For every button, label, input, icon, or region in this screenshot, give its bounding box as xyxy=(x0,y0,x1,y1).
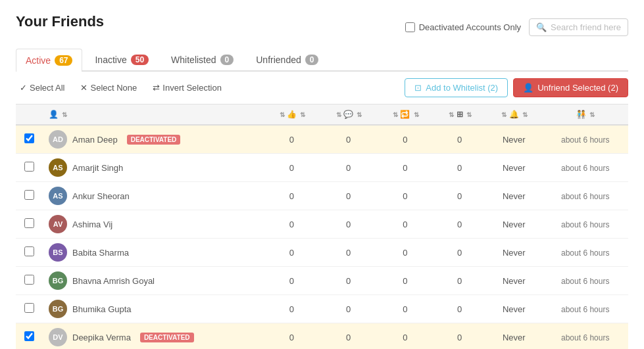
avatar: AD xyxy=(49,130,67,149)
tabs: Active 67 Inactive 50 Whitelisted 0 Unfr… xyxy=(16,49,628,72)
name-cell: AS Amarjit Singh xyxy=(42,154,263,182)
select-all-button[interactable]: ✓ Select All xyxy=(16,80,68,95)
posts-cell: 0 xyxy=(433,267,485,295)
deactivated-badge: DEACTIVATED xyxy=(127,135,181,145)
notifications-column-header[interactable]: ⇅ 🔔 ⇅ xyxy=(485,105,542,125)
row-checkbox[interactable] xyxy=(24,162,34,172)
search-icon: 🔍 xyxy=(536,22,547,32)
comments-cell: 0 xyxy=(320,182,376,210)
row-checkbox-cell[interactable] xyxy=(16,239,42,267)
about-cell: about 6 hours xyxy=(542,154,628,182)
about-text: about 6 hours xyxy=(561,305,609,314)
deactivated-checkbox[interactable] xyxy=(405,22,415,32)
reposts-cell: 0 xyxy=(377,239,433,267)
name-cell: DV Deepika Verma DEACTIVATED xyxy=(42,323,263,350)
add-to-whitelist-button[interactable]: ⊡ Add to Whitelist (2) xyxy=(405,78,508,97)
row-checkbox-cell[interactable] xyxy=(16,323,42,350)
tab-active[interactable]: Active 67 xyxy=(16,49,82,72)
notifications-cell: Never xyxy=(485,267,542,295)
reposts-cell: 0 xyxy=(377,125,433,154)
comments-cell: 0 xyxy=(320,154,376,182)
notifications-cell: Never xyxy=(485,239,542,267)
table-row: AD Aman Deep DEACTIVATED 0 0 0 0 Never a… xyxy=(16,125,628,154)
comments-cell: 0 xyxy=(320,267,376,295)
likes-cell: 0 xyxy=(263,182,320,210)
row-checkbox-cell[interactable] xyxy=(16,182,42,210)
about-cell: about 6 hours xyxy=(542,210,628,239)
notifications-cell: Never xyxy=(485,323,542,350)
posts-column-header[interactable]: ⇅ ⊞ ⇅ xyxy=(433,105,485,125)
friend-name: Bhavna Amrish Goyal xyxy=(72,276,155,286)
row-checkbox[interactable] xyxy=(24,246,34,256)
tab-inactive-badge: 50 xyxy=(131,55,149,65)
tab-unfriended[interactable]: Unfriended 0 xyxy=(246,49,328,70)
cross-icon: ✕ xyxy=(80,83,87,93)
friend-name: Aman Deep xyxy=(72,135,118,145)
likes-column-header[interactable]: ⇅ 👍 ⇅ xyxy=(263,105,320,125)
row-checkbox-cell[interactable] xyxy=(16,267,42,295)
row-checkbox[interactable] xyxy=(24,331,34,341)
likes-sort-left: ⇅ xyxy=(280,111,285,118)
table-row: BS Babita Sharma 0 0 0 0 Never about 6 h… xyxy=(16,239,628,267)
invert-selection-button[interactable]: ⇄ Invert Selection xyxy=(149,80,226,95)
avatar: BS xyxy=(49,243,67,262)
posts-cell: 0 xyxy=(433,154,485,182)
friend-name: Babita Sharma xyxy=(72,248,129,258)
reposts-column-header[interactable]: ⇅ 🔁 ⇅ xyxy=(377,105,433,125)
friend-name: Ashima Vij xyxy=(72,220,112,229)
comments-cell: 0 xyxy=(320,295,376,323)
page-title: Your Friends xyxy=(16,13,104,30)
reposts-cell: 0 xyxy=(377,154,433,182)
avatar: AS xyxy=(49,158,67,177)
comments-column-header[interactable]: ⇅ 💬 ⇅ xyxy=(320,105,376,125)
notifications-cell: Never xyxy=(485,125,542,154)
tab-active-label: Active xyxy=(26,55,51,66)
row-checkbox-cell[interactable] xyxy=(16,295,42,323)
likes-cell: 0 xyxy=(263,323,320,350)
tab-inactive[interactable]: Inactive 50 xyxy=(85,49,159,70)
search-box[interactable]: 🔍 Search friend here xyxy=(529,18,628,36)
actions-column-header[interactable]: 🧑‍🤝‍🧑 ⇅ xyxy=(542,105,628,125)
row-checkbox[interactable] xyxy=(24,190,34,200)
thumbsup-icon: 👍 xyxy=(287,110,297,119)
tab-inactive-label: Inactive xyxy=(95,55,126,65)
whitelist-icon: ⊡ xyxy=(414,83,422,93)
comments-cell: 0 xyxy=(320,210,376,239)
search-placeholder: Search friend here xyxy=(551,22,621,32)
friend-name: Ankur Sheoran xyxy=(72,191,130,201)
row-checkbox-cell[interactable] xyxy=(16,154,42,182)
deactivated-accounts-filter[interactable]: Deactivated Accounts Only xyxy=(405,22,521,32)
invert-selection-label: Invert Selection xyxy=(162,83,222,93)
select-none-button[interactable]: ✕ Select None xyxy=(76,80,141,95)
row-checkbox-cell[interactable] xyxy=(16,210,42,239)
tab-unfriended-label: Unfriended xyxy=(256,55,301,65)
name-column-header[interactable]: 👤 ⇅ xyxy=(42,105,263,125)
row-checkbox[interactable] xyxy=(24,133,34,143)
likes-cell: 0 xyxy=(263,267,320,295)
name-cell: AV Ashima Vij xyxy=(42,210,263,239)
likes-cell: 0 xyxy=(263,239,320,267)
row-checkbox[interactable] xyxy=(24,303,34,313)
row-checkbox-cell[interactable] xyxy=(16,125,42,154)
reposts-cell: 0 xyxy=(377,295,433,323)
table-row: AS Ankur Sheoran 0 0 0 0 Never about 6 h… xyxy=(16,182,628,210)
about-text: about 6 hours xyxy=(561,164,609,173)
row-checkbox[interactable] xyxy=(24,275,34,285)
checkmark-icon: ✓ xyxy=(20,83,27,93)
friend-name: Amarjit Singh xyxy=(72,163,123,173)
posts-cell: 0 xyxy=(433,323,485,350)
unfriend-selected-button[interactable]: 👤 Unfriend Selected (2) xyxy=(513,78,628,97)
name-cell: AD Aman Deep DEACTIVATED xyxy=(42,125,263,154)
add-person-icon: 🧑‍🤝‍🧑 xyxy=(576,110,586,119)
about-cell: about 6 hours xyxy=(542,125,628,154)
toolbar: ✓ Select All ✕ Select None ⇄ Invert Sele… xyxy=(16,72,628,105)
about-text: about 6 hours xyxy=(561,277,609,286)
row-checkbox[interactable] xyxy=(24,218,34,228)
posts-cell: 0 xyxy=(433,295,485,323)
tab-whitelisted[interactable]: Whitelisted 0 xyxy=(161,49,243,70)
reposts-cell: 0 xyxy=(377,210,433,239)
table-row: AS Amarjit Singh 0 0 0 0 Never about 6 h… xyxy=(16,154,628,182)
likes-sort-right: ⇅ xyxy=(300,111,305,118)
reposts-cell: 0 xyxy=(377,182,433,210)
posts-cell: 0 xyxy=(433,239,485,267)
